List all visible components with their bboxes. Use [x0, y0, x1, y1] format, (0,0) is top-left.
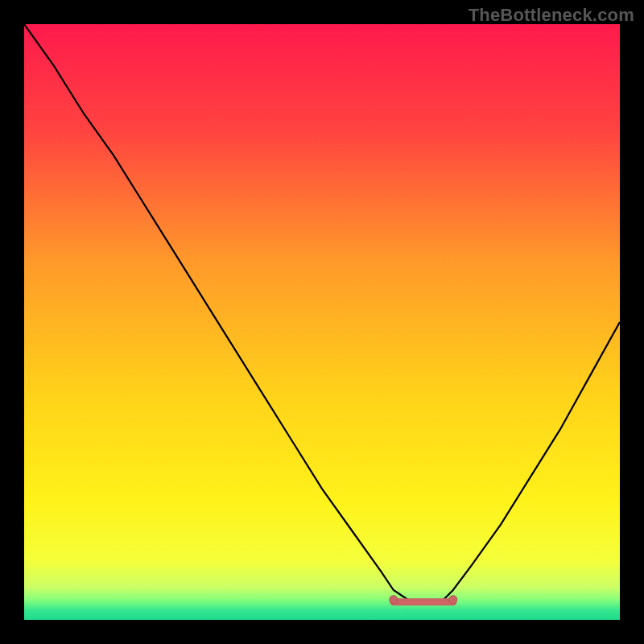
plot-area [24, 24, 620, 620]
watermark-text: TheBottleneck.com [469, 5, 634, 26]
svg-point-1 [390, 596, 398, 604]
svg-point-2 [449, 596, 457, 604]
chart-svg [24, 24, 620, 620]
chart-frame: TheBottleneck.com [0, 0, 644, 644]
gradient-background [24, 24, 620, 620]
